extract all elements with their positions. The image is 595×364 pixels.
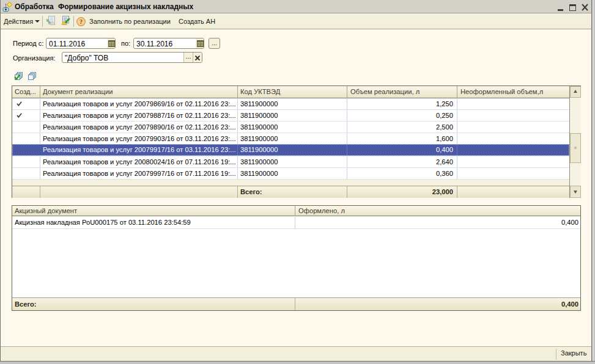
svg-text:?: ? <box>79 18 83 25</box>
